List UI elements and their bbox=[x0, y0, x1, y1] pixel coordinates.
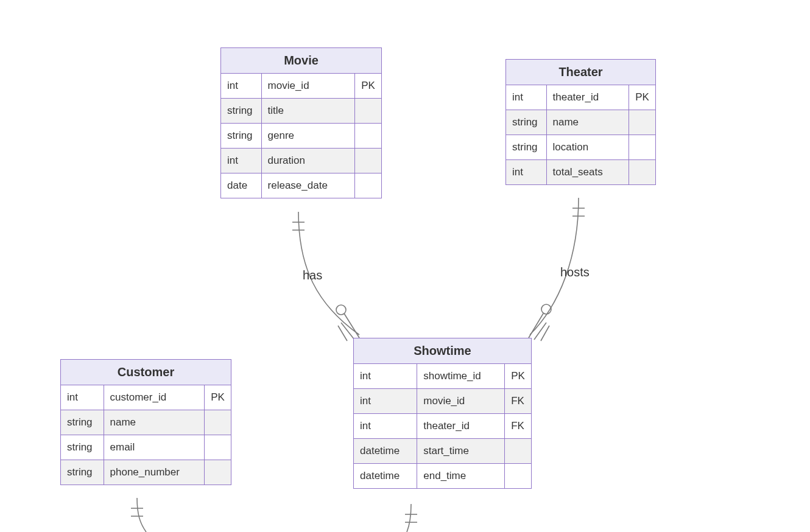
svg-point-1 bbox=[541, 304, 551, 314]
attr-key bbox=[354, 99, 381, 123]
rel-showtime-down bbox=[405, 504, 417, 532]
entity-theater-title: Theater bbox=[506, 60, 655, 85]
attr-name: movie_id bbox=[261, 74, 355, 98]
attr-name: theater_id bbox=[546, 85, 629, 110]
attr-key: PK bbox=[204, 385, 231, 410]
attr-key bbox=[354, 173, 381, 198]
attr-type: string bbox=[506, 135, 546, 159]
attr-type: string bbox=[61, 410, 104, 435]
attr-type: int bbox=[506, 160, 546, 184]
entity-movie-title: Movie bbox=[221, 48, 381, 74]
entity-theater: Theater int theater_id PK string name st… bbox=[505, 59, 656, 185]
entity-customer-title: Customer bbox=[61, 360, 231, 385]
table-row: string genre bbox=[221, 123, 381, 148]
attr-name: email bbox=[104, 435, 205, 460]
attr-key bbox=[629, 160, 655, 184]
rel-label-hosts: hosts bbox=[560, 265, 590, 279]
entity-theater-body: int theater_id PK string name string loc… bbox=[506, 85, 655, 184]
entity-showtime-title: Showtime bbox=[354, 338, 531, 364]
attr-name: release_date bbox=[261, 173, 355, 198]
attr-name: duration bbox=[261, 149, 355, 173]
table-row: string phone_number bbox=[61, 460, 231, 485]
attr-type: string bbox=[61, 435, 104, 460]
attr-type: datetime bbox=[354, 464, 417, 488]
table-row: datetime start_time bbox=[354, 438, 531, 463]
attr-key bbox=[204, 460, 231, 485]
attr-name: name bbox=[104, 410, 205, 435]
attr-type: int bbox=[221, 149, 261, 173]
attr-type: string bbox=[506, 110, 546, 135]
attr-name: title bbox=[261, 99, 355, 123]
table-row: int theater_id FK bbox=[354, 413, 531, 438]
table-row: string name bbox=[61, 410, 231, 435]
table-row: datetime end_time bbox=[354, 463, 531, 488]
table-row: int movie_id FK bbox=[354, 388, 531, 413]
attr-key bbox=[629, 110, 655, 135]
attr-name: genre bbox=[261, 124, 355, 148]
entity-movie: Movie int movie_id PK string title strin… bbox=[220, 47, 382, 198]
attr-name: showtime_id bbox=[417, 364, 504, 388]
attr-key bbox=[354, 124, 381, 148]
attr-name: start_time bbox=[417, 439, 504, 463]
er-diagram-canvas: has hosts Movie int movie_id PK string t… bbox=[0, 0, 810, 532]
attr-type: string bbox=[61, 460, 104, 485]
table-row: string location bbox=[506, 135, 655, 159]
attr-name: end_time bbox=[417, 464, 504, 488]
entity-customer-body: int customer_id PK string name string em… bbox=[61, 385, 231, 485]
attr-key: FK bbox=[504, 389, 531, 413]
attr-key bbox=[204, 435, 231, 460]
svg-point-0 bbox=[336, 305, 346, 315]
rel-label-has: has bbox=[303, 268, 322, 282]
entity-movie-body: int movie_id PK string title string genr… bbox=[221, 74, 381, 198]
rel-customer-down bbox=[131, 498, 146, 532]
attr-key bbox=[629, 135, 655, 159]
attr-name: total_seats bbox=[546, 160, 629, 184]
attr-key: PK bbox=[629, 85, 655, 110]
attr-type: datetime bbox=[354, 439, 417, 463]
table-row: string title bbox=[221, 98, 381, 123]
entity-showtime-body: int showtime_id PK int movie_id FK int t… bbox=[354, 364, 531, 488]
attr-name: phone_number bbox=[104, 460, 205, 485]
attr-key bbox=[504, 464, 531, 488]
attr-name: location bbox=[546, 135, 629, 159]
attr-type: int bbox=[61, 385, 104, 410]
attr-key: PK bbox=[504, 364, 531, 388]
table-row: int theater_id PK bbox=[506, 85, 655, 110]
attr-key bbox=[204, 410, 231, 435]
attr-type: string bbox=[221, 124, 261, 148]
table-row: date release_date bbox=[221, 173, 381, 198]
entity-customer: Customer int customer_id PK string name … bbox=[60, 359, 231, 485]
attr-key bbox=[504, 439, 531, 463]
attr-type: date bbox=[221, 173, 261, 198]
attr-type: int bbox=[221, 74, 261, 98]
attr-name: customer_id bbox=[104, 385, 205, 410]
attr-type: int bbox=[354, 364, 417, 388]
attr-name: name bbox=[546, 110, 629, 135]
attr-key: FK bbox=[504, 414, 531, 438]
attr-type: int bbox=[354, 414, 417, 438]
table-row: int duration bbox=[221, 148, 381, 173]
table-row: int showtime_id PK bbox=[354, 364, 531, 388]
attr-name: movie_id bbox=[417, 389, 504, 413]
table-row: int total_seats bbox=[506, 159, 655, 184]
table-row: string name bbox=[506, 110, 655, 135]
attr-key bbox=[354, 149, 381, 173]
entity-showtime: Showtime int showtime_id PK int movie_id… bbox=[353, 338, 532, 489]
attr-key: PK bbox=[354, 74, 381, 98]
table-row: int customer_id PK bbox=[61, 385, 231, 410]
attr-type: int bbox=[354, 389, 417, 413]
attr-type: string bbox=[221, 99, 261, 123]
table-row: string email bbox=[61, 435, 231, 460]
table-row: int movie_id PK bbox=[221, 74, 381, 98]
attr-name: theater_id bbox=[417, 414, 504, 438]
attr-type: int bbox=[506, 85, 546, 110]
